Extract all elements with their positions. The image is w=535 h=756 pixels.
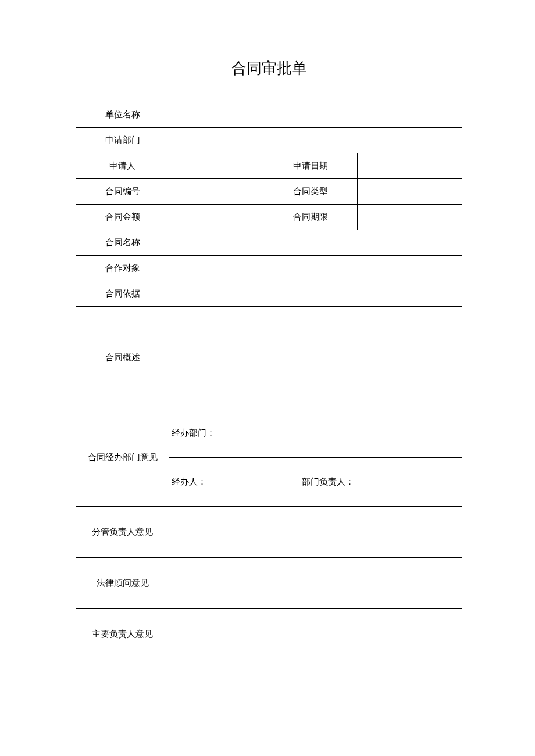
- handling-dept-line: 经办部门：: [169, 409, 462, 458]
- contract-no-value: [169, 179, 263, 205]
- legal-opinion-label: 法律顾问意见: [76, 558, 169, 609]
- handler-label: 经办人：: [172, 477, 206, 486]
- apply-dept-value: [169, 128, 462, 153]
- contract-type-label: 合同类型: [263, 179, 358, 205]
- partner-value: [169, 256, 462, 281]
- contract-name-value: [169, 230, 462, 256]
- contract-name-label: 合同名称: [76, 230, 169, 256]
- apply-date-label: 申请日期: [263, 153, 358, 179]
- partner-label: 合作对象: [76, 256, 169, 281]
- branch-leader-opinion-value: [169, 507, 462, 558]
- legal-opinion-value: [169, 558, 462, 609]
- branch-leader-opinion-label: 分管负责人意见: [76, 507, 169, 558]
- contract-no-label: 合同编号: [76, 179, 169, 205]
- contract-summary-label: 合同概述: [76, 307, 169, 409]
- contract-amount-label: 合同金额: [76, 205, 169, 230]
- handler-line-cell: 经办人： 部门负责人：: [169, 458, 462, 507]
- main-leader-opinion-value: [169, 609, 462, 660]
- contract-summary-value: [169, 307, 462, 409]
- main-leader-opinion-label: 主要负责人意见: [76, 609, 169, 660]
- contract-term-value: [358, 205, 462, 230]
- contract-basis-label: 合同依据: [76, 281, 169, 307]
- applicant-label: 申请人: [76, 153, 169, 179]
- contract-basis-value: [169, 281, 462, 307]
- approval-form-table: 单位名称 申请部门 申请人 申请日期 合同编号 合同类型 合同金额 合同期限 合…: [76, 102, 462, 660]
- contract-type-value: [358, 179, 462, 205]
- applicant-value: [169, 153, 263, 179]
- apply-dept-label: 申请部门: [76, 128, 169, 153]
- apply-date-value: [358, 153, 462, 179]
- unit-name-value: [169, 102, 462, 128]
- unit-name-label: 单位名称: [76, 102, 169, 128]
- contract-amount-value: [169, 205, 263, 230]
- dept-head-label: 部门负责人：: [209, 477, 354, 486]
- page-title: 合同审批单: [76, 58, 462, 78]
- handling-dept-opinion-label: 合同经办部门意见: [76, 409, 169, 507]
- contract-term-label: 合同期限: [263, 205, 358, 230]
